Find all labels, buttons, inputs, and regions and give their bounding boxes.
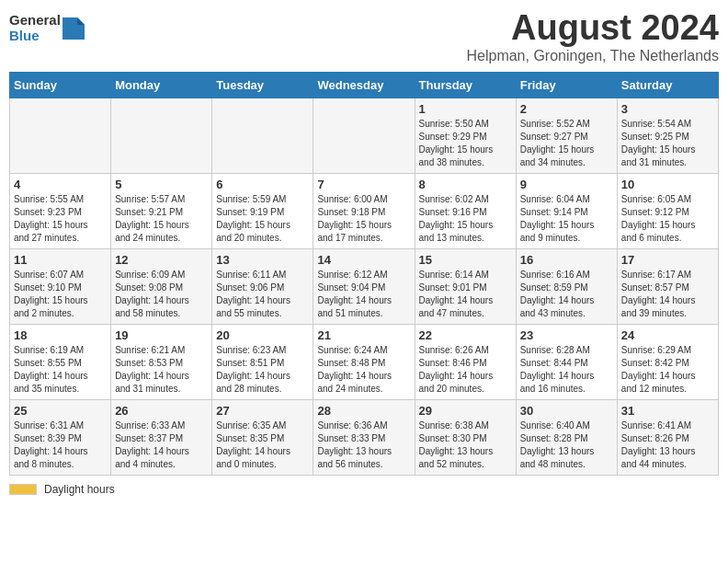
day-info: Sunrise: 6:24 AM Sunset: 8:48 PM Dayligh… [317,344,410,396]
day-number: 5 [115,178,208,191]
day-info: Sunrise: 6:05 AM Sunset: 9:12 PM Dayligh… [621,193,714,245]
col-friday: Friday [516,72,617,98]
day-info: Sunrise: 5:52 AM Sunset: 9:27 PM Dayligh… [520,118,613,169]
day-number: 25 [14,404,107,418]
title-section: August 2024 Helpman, Groningen, The Neth… [466,9,719,64]
header: General Blue August 2024 Helpman, Gronin… [9,9,719,64]
logo-text: General Blue [9,13,61,43]
day-info: Sunrise: 6:28 AM Sunset: 8:44 PM Dayligh… [520,344,613,396]
table-row: 15Sunrise: 6:14 AM Sunset: 9:01 PM Dayli… [415,248,516,324]
logo-blue: Blue [9,29,61,44]
day-number: 29 [419,404,512,418]
day-number: 2 [520,102,613,116]
table-row: 9Sunrise: 6:04 AM Sunset: 9:14 PM Daylig… [516,173,617,248]
day-info: Sunrise: 6:33 AM Sunset: 8:37 PM Dayligh… [115,419,208,471]
day-info: Sunrise: 6:04 AM Sunset: 9:14 PM Dayligh… [520,193,613,245]
day-number: 22 [419,328,512,342]
day-number: 16 [520,253,613,267]
table-row: 10Sunrise: 6:05 AM Sunset: 9:12 PM Dayli… [617,173,718,248]
table-row: 16Sunrise: 6:16 AM Sunset: 8:59 PM Dayli… [516,248,617,324]
table-row: 23Sunrise: 6:28 AM Sunset: 8:44 PM Dayli… [516,324,617,399]
col-wednesday: Wednesday [313,72,415,98]
day-info: Sunrise: 6:41 AM Sunset: 8:26 PM Dayligh… [621,419,714,471]
day-info: Sunrise: 6:09 AM Sunset: 9:08 PM Dayligh… [115,269,208,320]
table-row: 26Sunrise: 6:33 AM Sunset: 8:37 PM Dayli… [111,399,212,475]
table-row: 7Sunrise: 6:00 AM Sunset: 9:18 PM Daylig… [313,173,415,248]
page-container: General Blue August 2024 Helpman, Gronin… [9,9,719,496]
day-info: Sunrise: 6:36 AM Sunset: 8:33 PM Dayligh… [317,419,410,471]
table-row: 12Sunrise: 6:09 AM Sunset: 9:08 PM Dayli… [111,248,212,324]
calendar-week-row: 1Sunrise: 5:50 AM Sunset: 9:29 PM Daylig… [10,98,719,173]
day-number: 8 [419,178,512,191]
day-number: 20 [216,328,309,342]
calendar-week-row: 18Sunrise: 6:19 AM Sunset: 8:55 PM Dayli… [10,324,719,399]
day-number: 19 [115,328,208,342]
table-row: 18Sunrise: 6:19 AM Sunset: 8:55 PM Dayli… [10,324,111,399]
table-row: 20Sunrise: 6:23 AM Sunset: 8:51 PM Dayli… [212,324,313,399]
col-tuesday: Tuesday [212,72,313,98]
day-number: 3 [621,102,714,116]
day-info: Sunrise: 6:31 AM Sunset: 8:39 PM Dayligh… [14,419,107,471]
day-info: Sunrise: 6:14 AM Sunset: 9:01 PM Dayligh… [419,269,512,320]
table-row [212,98,313,173]
logo-general: General [9,13,61,29]
day-number: 28 [317,404,410,418]
day-number: 9 [520,178,613,191]
day-info: Sunrise: 6:00 AM Sunset: 9:18 PM Dayligh… [317,193,410,245]
day-info: Sunrise: 6:11 AM Sunset: 9:06 PM Dayligh… [216,269,309,320]
day-number: 27 [216,404,309,418]
day-number: 30 [520,404,613,418]
day-number: 12 [115,253,208,267]
day-info: Sunrise: 5:55 AM Sunset: 9:23 PM Dayligh… [14,193,107,245]
table-row: 14Sunrise: 6:12 AM Sunset: 9:04 PM Dayli… [313,248,415,324]
col-monday: Monday [111,72,212,98]
day-number: 17 [621,253,714,267]
table-row: 25Sunrise: 6:31 AM Sunset: 8:39 PM Dayli… [10,399,111,475]
day-info: Sunrise: 6:12 AM Sunset: 9:04 PM Dayligh… [317,269,410,320]
table-row: 17Sunrise: 6:17 AM Sunset: 8:57 PM Dayli… [617,248,718,324]
day-number: 10 [621,178,714,191]
day-number: 24 [621,328,714,342]
daylight-label: Daylight hours [44,483,115,496]
svg-marker-0 [63,17,85,40]
calendar-table: Sunday Monday Tuesday Wednesday Thursday… [9,72,719,476]
footer-note: Daylight hours [9,483,719,496]
day-number: 14 [317,253,410,267]
day-info: Sunrise: 5:59 AM Sunset: 9:19 PM Dayligh… [216,193,309,245]
day-number: 11 [14,253,107,267]
day-number: 7 [317,178,410,191]
day-info: Sunrise: 6:40 AM Sunset: 8:28 PM Dayligh… [520,419,613,471]
calendar-week-row: 4Sunrise: 5:55 AM Sunset: 9:23 PM Daylig… [10,173,719,248]
table-row: 31Sunrise: 6:41 AM Sunset: 8:26 PM Dayli… [617,399,718,475]
day-info: Sunrise: 6:19 AM Sunset: 8:55 PM Dayligh… [14,344,107,396]
table-row: 13Sunrise: 6:11 AM Sunset: 9:06 PM Dayli… [212,248,313,324]
table-row: 1Sunrise: 5:50 AM Sunset: 9:29 PM Daylig… [415,98,516,173]
logo: General Blue [9,13,85,43]
day-number: 21 [317,328,410,342]
day-info: Sunrise: 6:21 AM Sunset: 8:53 PM Dayligh… [115,344,208,396]
table-row: 28Sunrise: 6:36 AM Sunset: 8:33 PM Dayli… [313,399,415,475]
table-row: 2Sunrise: 5:52 AM Sunset: 9:27 PM Daylig… [516,98,617,173]
svg-marker-1 [77,17,85,25]
table-row: 19Sunrise: 6:21 AM Sunset: 8:53 PM Dayli… [111,324,212,399]
day-info: Sunrise: 6:38 AM Sunset: 8:30 PM Dayligh… [419,419,512,471]
daylight-bar-icon [9,484,37,495]
table-row: 5Sunrise: 5:57 AM Sunset: 9:21 PM Daylig… [111,173,212,248]
table-row: 27Sunrise: 6:35 AM Sunset: 8:35 PM Dayli… [212,399,313,475]
month-year-title: August 2024 [466,9,719,48]
table-row [10,98,111,173]
day-info: Sunrise: 6:16 AM Sunset: 8:59 PM Dayligh… [520,269,613,320]
table-row: 30Sunrise: 6:40 AM Sunset: 8:28 PM Dayli… [516,399,617,475]
table-row [313,98,415,173]
day-number: 18 [14,328,107,342]
day-info: Sunrise: 6:26 AM Sunset: 8:46 PM Dayligh… [419,344,512,396]
table-row: 21Sunrise: 6:24 AM Sunset: 8:48 PM Dayli… [313,324,415,399]
day-info: Sunrise: 6:17 AM Sunset: 8:57 PM Dayligh… [621,269,714,320]
day-info: Sunrise: 6:29 AM Sunset: 8:42 PM Dayligh… [621,344,714,396]
location-subtitle: Helpman, Groningen, The Netherlands [466,48,719,64]
day-number: 6 [216,178,309,191]
table-row: 3Sunrise: 5:54 AM Sunset: 9:25 PM Daylig… [617,98,718,173]
table-row: 8Sunrise: 6:02 AM Sunset: 9:16 PM Daylig… [415,173,516,248]
day-number: 15 [419,253,512,267]
day-info: Sunrise: 6:02 AM Sunset: 9:16 PM Dayligh… [419,193,512,245]
